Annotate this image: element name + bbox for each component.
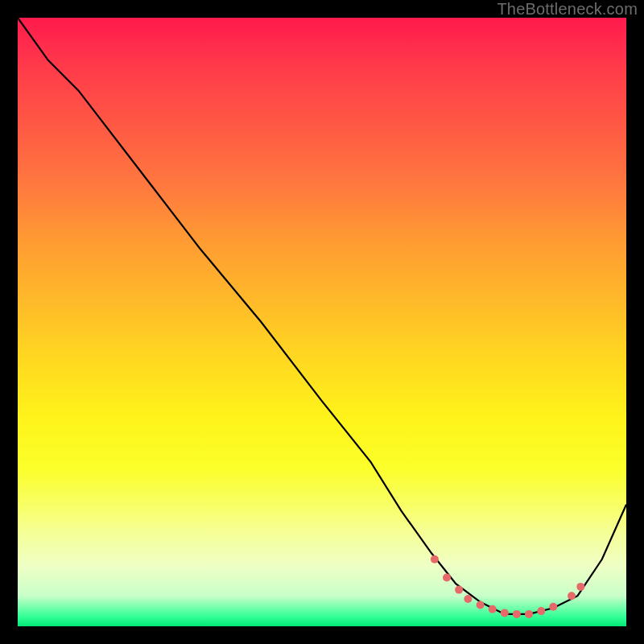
main-curve xyxy=(18,18,626,614)
valley-dot xyxy=(477,601,485,609)
valley-dot xyxy=(549,603,557,611)
chart-container: TheBottleneck.com xyxy=(0,0,644,644)
valley-dot xyxy=(464,595,472,603)
valley-dot xyxy=(576,583,584,591)
valley-dot xyxy=(513,610,521,618)
valley-dot xyxy=(525,610,533,618)
valley-dot xyxy=(431,555,439,564)
valley-dot xyxy=(537,607,545,615)
curve-svg xyxy=(18,18,626,626)
valley-dot xyxy=(568,592,576,600)
valley-dot xyxy=(501,609,509,617)
valley-dot xyxy=(489,605,497,613)
valley-dots xyxy=(431,555,584,618)
valley-dot xyxy=(443,574,451,582)
watermark-text: TheBottleneck.com xyxy=(497,0,638,19)
valley-dot xyxy=(455,586,463,594)
plot-area xyxy=(18,18,626,626)
